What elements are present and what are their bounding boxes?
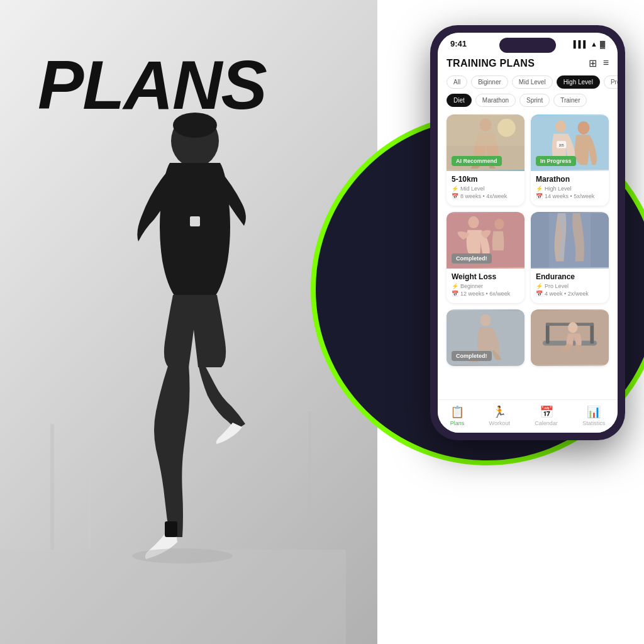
nav-label-plans: Plans [450, 420, 465, 426]
statistics-icon: 📊 [587, 405, 601, 419]
plan-thumb-6 [531, 309, 609, 366]
page-title: PLANS [38, 50, 266, 119]
filter-high-level[interactable]: High Level [557, 75, 600, 89]
plan-card-5[interactable]: Completed! [447, 309, 525, 366]
plan-card-endurance[interactable]: Endurance ⚡ Pro Level 📅 4 week • 2x/week [531, 212, 609, 303]
badge-ai-recommend: AI Recommend [452, 156, 502, 166]
plan-duration-5-10km: 📅 8 weeks • 4x/week [452, 193, 519, 199]
plan-duration-marathon: 📅 14 weeks • 5x/week [536, 193, 604, 199]
plan-name-marathon: Marathon [536, 175, 604, 184]
plan-name-weight-loss: Weight Loss [452, 272, 519, 281]
screen-title: TRAINING PLANS [447, 58, 535, 69]
plan-duration-endurance: 📅 4 week • 2x/week [536, 291, 604, 297]
nav-item-statistics[interactable]: 📊 Statistics [582, 405, 605, 426]
status-time: 9:41 [450, 39, 467, 48]
plan-info-5-10km: 5-10km ⚡ Mid Level 📅 8 weeks • 4x/week [447, 171, 525, 206]
plan-card-6[interactable] [531, 309, 609, 366]
filter-row-level: All Biginner Mid Level High Level Pro [438, 73, 618, 91]
filter-pro[interactable]: Pro [604, 75, 618, 89]
plan-thumb-weight-loss: Completed! [447, 212, 525, 269]
plan-info-marathon: Marathon ⚡ High Level 📅 14 weeks • 5x/we… [531, 171, 609, 206]
plan-level-marathon: ⚡ High Level [536, 186, 604, 192]
filter-trainer[interactable]: Trainer [553, 94, 587, 107]
svg-rect-8 [308, 411, 311, 550]
svg-rect-3 [165, 521, 177, 537]
calendar-icon: 📅 [540, 405, 553, 419]
svg-rect-27 [546, 323, 550, 343]
plan-level-weight-loss: ⚡ Beginner [452, 283, 519, 289]
header-icons: ⊞ ≡ [589, 57, 609, 69]
svg-rect-6 [50, 424, 54, 550]
runner-silhouette [0, 47, 346, 644]
badge-completed-weight-loss: Completed! [452, 253, 492, 264]
filter-mid-level[interactable]: Mid Level [512, 75, 553, 89]
nav-label-calendar: Calendar [535, 420, 558, 426]
svg-point-5 [132, 548, 233, 564]
filter-sprint[interactable]: Sprint [519, 94, 550, 107]
badge-completed-5: Completed! [452, 351, 492, 361]
badge-in-progress: In Progress [536, 156, 576, 166]
svg-point-14 [555, 121, 566, 133]
plans-grid: AI Recommend 5-10km ⚡ Mid Level 📅 8 week… [438, 109, 618, 371]
svg-text:205: 205 [559, 144, 564, 147]
grid-icon[interactable]: ⊞ [589, 57, 597, 69]
battery-icon: ▓ [600, 40, 605, 48]
filter-diet[interactable]: Diet [447, 94, 472, 107]
plan-card-5-10km[interactable]: AI Recommend 5-10km ⚡ Mid Level 📅 8 week… [447, 114, 525, 206]
nav-item-workout[interactable]: 🏃 Workout [489, 405, 510, 426]
filter-row-type: Diet Marathon Sprint Trainer [438, 91, 618, 109]
phone-mockup: 9:41 ▌▌▌ ▲ ▓ TRAINING PLANS ⊞ ≡ [430, 25, 625, 440]
filter-all[interactable]: All [447, 75, 467, 89]
plan-info-weight-loss: Weight Loss ⚡ Beginner 📅 12 weeks • 6x/w… [447, 269, 525, 303]
plan-info-endurance: Endurance ⚡ Pro Level 📅 4 week • 2x/week [531, 269, 609, 303]
screen-header: TRAINING PLANS ⊞ ≡ [438, 52, 618, 73]
svg-point-30 [568, 322, 577, 333]
plan-level-5-10km: ⚡ Mid Level [452, 186, 519, 192]
phone-screen: 9:41 ▌▌▌ ▲ ▓ TRAINING PLANS ⊞ ≡ [438, 33, 618, 433]
nav-label-statistics: Statistics [582, 420, 605, 426]
menu-icon[interactable]: ≡ [603, 57, 609, 69]
screen-content: TRAINING PLANS ⊞ ≡ All Biginner Mid Leve… [438, 52, 618, 399]
plans-icon: 📋 [450, 405, 464, 419]
plan-thumb-endurance [531, 212, 609, 269]
phone-frame: 9:41 ▌▌▌ ▲ ▓ TRAINING PLANS ⊞ ≡ [430, 25, 625, 440]
workout-icon: 🏃 [492, 405, 506, 419]
svg-rect-7 [88, 455, 91, 550]
nav-item-plans[interactable]: 📋 Plans [450, 405, 465, 426]
filter-marathon[interactable]: Marathon [475, 94, 516, 107]
svg-rect-4 [190, 216, 200, 226]
plan-level-endurance: ⚡ Pro Level [536, 283, 604, 289]
plan-duration-weight-loss: 📅 12 weeks • 6x/week [452, 291, 519, 297]
plan-name-5-10km: 5-10km [452, 175, 519, 184]
svg-rect-0 [0, 550, 346, 644]
svg-point-12 [497, 119, 516, 137]
svg-point-20 [494, 219, 504, 230]
plan-thumb-5: Completed! [447, 309, 525, 366]
plan-card-weight-loss[interactable]: Completed! Weight Loss ⚡ Beginner 📅 12 w… [447, 212, 525, 303]
svg-point-15 [577, 121, 589, 135]
status-icons: ▌▌▌ ▲ ▓ [574, 40, 605, 48]
svg-point-19 [468, 216, 479, 228]
svg-point-24 [480, 314, 491, 326]
svg-rect-28 [590, 323, 594, 343]
wifi-icon: ▲ [591, 40, 597, 48]
bottom-nav: 📋 Plans 🏃 Workout 📅 Calendar 📊 Statistic… [438, 399, 618, 433]
dynamic-island [499, 38, 556, 53]
plan-thumb-5-10km: AI Recommend [447, 114, 525, 171]
signal-icon: ▌▌▌ [574, 40, 588, 48]
nav-item-calendar[interactable]: 📅 Calendar [535, 405, 558, 426]
nav-label-workout: Workout [489, 420, 510, 426]
plan-card-marathon[interactable]: 205 In Progress Marathon ⚡ High Level 📅 … [531, 114, 609, 206]
plan-name-endurance: Endurance [536, 272, 604, 281]
plan-thumb-marathon: 205 In Progress [531, 114, 609, 171]
filter-beginner[interactable]: Biginner [471, 75, 508, 89]
